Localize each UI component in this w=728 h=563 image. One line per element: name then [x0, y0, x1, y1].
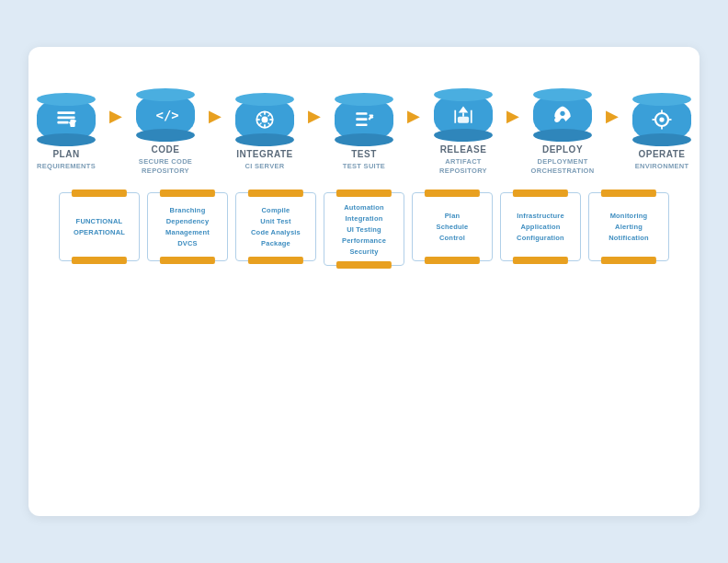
barrel-operate [632, 98, 691, 142]
svg-rect-2 [57, 121, 68, 124]
barrel-test [335, 98, 393, 142]
note-integrate: CompileUnit TestCode AnalysisPackage [235, 192, 316, 261]
svg-marker-21 [459, 106, 469, 112]
barrel-deploy [533, 93, 592, 137]
arrow-4: ▶ [407, 106, 420, 126]
stage-label-operate: OPERATE [638, 149, 685, 159]
svg-line-14 [259, 122, 262, 125]
stage-sublabel-plan: REQUIREMENTS [37, 162, 96, 171]
stage-sublabel-code: SECURE CODEREPOSITORY [139, 157, 192, 176]
svg-rect-16 [356, 118, 367, 121]
stage-sublabel-release: ARTIFACTREPOSITORY [439, 157, 487, 176]
note-text-code: BranchingDependencyManagementDVCS [165, 205, 210, 249]
svg-line-12 [268, 122, 271, 125]
svg-rect-1 [57, 116, 74, 119]
note-deploy: InfrastructureApplicationConfiguration [500, 192, 581, 261]
pipeline-row: PLAN REQUIREMENTS ▶ </> CODE SECURE CODE… [25, 93, 703, 176]
stage-label-release: RELEASE [440, 144, 487, 155]
stage-label-integrate: INTEGRATE [236, 149, 293, 159]
stage-label-plan: PLAN [52, 149, 79, 159]
svg-rect-0 [57, 111, 74, 114]
note-text-integrate: CompileUnit TestCode AnalysisPackage [251, 205, 301, 249]
stage-integrate: INTEGRATE CI SERVER [223, 98, 306, 171]
note-release: PlanScheduleControl [412, 192, 493, 261]
stage-code: </> CODE SECURE CODEREPOSITORY [124, 93, 207, 176]
arrow-3: ▶ [308, 106, 321, 126]
arrow-2: ▶ [209, 106, 222, 126]
svg-point-6 [262, 116, 268, 122]
stage-sublabel-integrate: CI SERVER [245, 162, 285, 171]
stage-release: RELEASE ARTIFACTREPOSITORY [422, 93, 505, 176]
barrel-code: </> [136, 93, 195, 137]
note-operate: MonitoringAlertingNotification [588, 192, 669, 261]
note-text-plan: FUNCTIONALOPERATIONAL [74, 216, 125, 238]
svg-line-13 [268, 114, 271, 117]
note-text-release: PlanScheduleControl [437, 211, 469, 244]
stage-label-code: CODE [152, 144, 180, 155]
svg-point-25 [560, 111, 564, 116]
stage-sublabel-operate: ENVIRONMENT [635, 162, 689, 171]
arrow-1: ▶ [109, 106, 122, 126]
note-text-operate: MonitoringAlertingNotification [609, 211, 649, 244]
svg-rect-15 [356, 112, 367, 115]
svg-line-11 [259, 114, 262, 117]
notes-row: FUNCTIONALOPERATIONAL BranchingDependenc… [59, 192, 669, 266]
note-code: BranchingDependencyManagementDVCS [147, 192, 228, 261]
svg-rect-17 [356, 123, 367, 126]
svg-point-26 [554, 118, 559, 122]
main-card: PLAN REQUIREMENTS ▶ </> CODE SECURE CODE… [28, 47, 700, 516]
stage-operate: OPERATE ENVIRONMENT [620, 98, 703, 171]
note-test: AutomationIntegrationUI TestingPerforman… [324, 192, 404, 266]
svg-point-28 [659, 117, 664, 121]
stage-sublabel-deploy: DEPLOYMENTORCHESTRATION [531, 157, 595, 176]
note-text-test: AutomationIntegrationUI TestingPerforman… [342, 202, 386, 258]
arrow-6: ▶ [606, 106, 619, 126]
stage-test: TEST TEST SUITE [323, 98, 405, 171]
arrow-5: ▶ [506, 106, 519, 126]
barrel-release [434, 93, 493, 137]
note-plan: FUNCTIONALOPERATIONAL [59, 192, 140, 261]
stage-deploy: DEPLOY DEPLOYMENTORCHESTRATION [521, 93, 604, 176]
barrel-plan [37, 98, 96, 142]
barrel-integrate [235, 98, 294, 142]
stage-label-test: TEST [351, 149, 377, 159]
svg-rect-20 [458, 117, 469, 123]
stage-plan: PLAN REQUIREMENTS [25, 98, 108, 171]
stage-label-deploy: DEPLOY [542, 144, 583, 155]
note-text-deploy: InfrastructureApplicationConfiguration [517, 211, 564, 244]
stage-sublabel-test: TEST SUITE [343, 162, 385, 171]
svg-text:</>: </> [156, 108, 179, 122]
